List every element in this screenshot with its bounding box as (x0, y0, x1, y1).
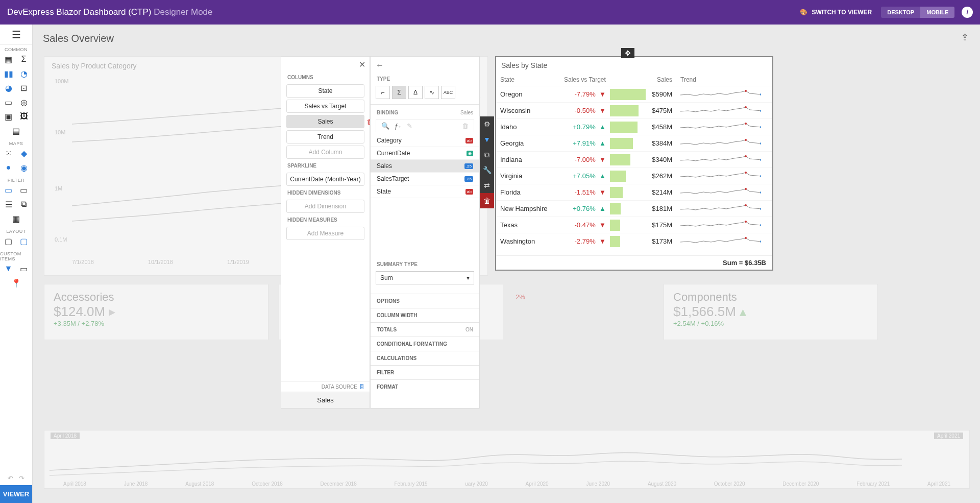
list-filter-icon[interactable]: ☰ (3, 198, 15, 210)
svg-point-5 (760, 126, 761, 128)
add-dimension-button[interactable]: Add Dimension (286, 200, 364, 213)
text-icon[interactable]: ▤ (10, 125, 22, 137)
table-row[interactable]: Wisconsin -0.50% ▼ $475M (496, 103, 772, 119)
pie-icon[interactable]: ◕ (3, 82, 15, 94)
combo-filter-icon[interactable]: ▭ (18, 184, 30, 196)
table-row[interactable]: Florida -1.51% ▼ $214M (496, 184, 772, 201)
binding-item[interactable]: CurrentDate◉ (371, 147, 479, 160)
hamburger-button[interactable]: ☰ (0, 25, 33, 45)
filter-icon[interactable]: ▼ (480, 132, 494, 147)
kpi-icon[interactable]: ◎ (18, 96, 30, 108)
bubble-map-icon[interactable]: ● (3, 161, 15, 174)
table-row[interactable]: Idaho +0.79% ▲ $458M (496, 119, 772, 135)
pin-icon[interactable]: 📍 (10, 277, 22, 289)
back-icon[interactable]: ← (376, 61, 384, 69)
convert-icon[interactable]: ⇄ (480, 178, 494, 193)
column-pill[interactable]: State (286, 84, 364, 98)
type-dimension-button[interactable]: ⌐ (376, 86, 390, 99)
column-pill-selected[interactable]: Sales🗑 (286, 115, 364, 128)
sparkline-pill[interactable]: CurrentDate (Month-Year) (286, 173, 364, 186)
timeline-tile[interactable]: April 2018 April 2021 April 2018June 201… (44, 430, 970, 489)
data-source-value[interactable]: Sales (281, 392, 370, 408)
tab-mobile[interactable]: MOBILE (920, 7, 954, 18)
geo-point-icon[interactable]: ⁙ (3, 147, 15, 159)
accordion-item[interactable]: TOTALSON (371, 322, 479, 337)
accordion-item[interactable]: CONDITIONAL FORMATTING (371, 337, 479, 351)
card-icon[interactable]: ▭ (3, 96, 15, 108)
clear-icon[interactable]: 🗑 (462, 122, 469, 130)
table-row[interactable]: Georgia +7.91% ▲ $384M (496, 135, 772, 152)
redo-button[interactable]: ↷ (19, 474, 24, 482)
type-sparkline-button[interactable]: ∿ (425, 86, 439, 99)
accordion-item[interactable]: FILTER (371, 365, 479, 379)
gear-icon[interactable]: ⚙ (480, 116, 494, 132)
table-row[interactable]: Washington -2.79% ▼ $173M (496, 233, 772, 248)
col-header-sales[interactable]: Sales (646, 74, 676, 86)
accordion-item[interactable]: CALCULATIONS (371, 351, 479, 365)
delete-tile-icon[interactable]: 🗑 (480, 193, 494, 208)
cell-pct: -0.50% ▼ (556, 103, 610, 119)
search-icon[interactable]: 🔍 (381, 122, 389, 130)
scatter-icon[interactable]: ◔ (18, 67, 30, 80)
cell-sales: $458M (646, 119, 676, 135)
date-filter-icon[interactable]: ▦ (10, 212, 22, 225)
table-row[interactable]: Virginia +7.05% ▲ $262M (496, 168, 772, 184)
wrench-icon[interactable]: 🔧 (480, 162, 494, 178)
close-icon[interactable]: ✕ (359, 60, 365, 69)
binding-item[interactable]: Sales.25 (371, 160, 479, 173)
table-row[interactable]: New Hampshire +0.76% ▲ $181M (496, 201, 772, 217)
image-icon[interactable]: 🖼 (18, 110, 30, 123)
edit-icon[interactable]: ✎ (407, 122, 412, 130)
svg-point-12 (745, 188, 747, 190)
pie-map-icon[interactable]: ◉ (18, 161, 30, 174)
table-row[interactable]: Indiana -7.00% ▼ $340M (496, 152, 772, 168)
binding-item[interactable]: Categoryab (371, 134, 479, 147)
timeline-x-label: April 2018 (63, 481, 86, 487)
col-header-trend[interactable]: Trend (676, 74, 772, 86)
cell-bar (610, 184, 646, 201)
move-handle-icon[interactable]: ✥ (621, 48, 634, 58)
binding-item[interactable]: SalesTarget.25 (371, 173, 479, 185)
tab-container-icon[interactable]: ▢ (18, 235, 30, 247)
type-delta-button[interactable]: Δ (408, 86, 423, 99)
interactivity-icon[interactable]: ⧉ (480, 147, 494, 162)
table-row[interactable]: Oregon -7.79% ▼ $590M (496, 86, 772, 103)
kpi-card[interactable]: Accessories $124.0M ▸ +3.35M / +2.78% (44, 284, 268, 340)
add-column-button[interactable]: Add Column (286, 146, 364, 159)
grid-icon[interactable]: ▦ (3, 53, 15, 65)
type-text-button[interactable]: ABC (441, 86, 455, 99)
tab-desktop[interactable]: DESKTOP (881, 7, 920, 18)
tree-filter-icon[interactable]: ⧉ (18, 198, 30, 210)
treemap-icon[interactable]: ▣ (3, 110, 15, 123)
add-measure-button[interactable]: Add Measure (286, 227, 364, 240)
group-icon[interactable]: ▢ (3, 235, 15, 247)
column-pill[interactable]: Sales vs Target (286, 100, 364, 113)
accordion-item[interactable]: FORMAT (371, 379, 479, 394)
binding-item[interactable]: Stateab (371, 185, 479, 198)
funnel-icon[interactable]: ▼ (3, 262, 15, 275)
grid-tile[interactable]: ✥ Sales by State State Sales vs Target S… (495, 56, 773, 271)
column-pill[interactable]: Trend (286, 130, 364, 143)
accordion-item[interactable]: OPTIONS (371, 294, 479, 308)
add-calc-icon[interactable]: ƒ₊ (395, 122, 402, 130)
data-source-row[interactable]: DATA SOURCE🗄 (281, 381, 370, 392)
pivot-icon[interactable]: Σ (18, 53, 30, 65)
col-header-state[interactable]: State (496, 74, 556, 86)
switch-to-viewer-button[interactable]: 🎨 SWITCH TO VIEWER (800, 9, 872, 16)
choropleth-icon[interactable]: ◆ (18, 147, 30, 159)
undo-button[interactable]: ↶ (8, 474, 13, 482)
export-icon[interactable]: ⇪ (961, 32, 969, 43)
timeline-x-label: June 2018 (124, 481, 148, 487)
summary-type-select[interactable]: Sum▾ (376, 271, 474, 284)
col-header-svt[interactable]: Sales vs Target (556, 74, 610, 86)
type-measure-button[interactable]: Σ (392, 86, 406, 99)
table-row[interactable]: Texas -0.47% ▼ $175M (496, 217, 772, 233)
chart-icon[interactable]: ▮▮ (3, 67, 15, 80)
info-button[interactable]: i (962, 7, 973, 18)
viewer-mode-button[interactable]: VIEWER (0, 485, 32, 503)
cell-state: Texas (496, 217, 556, 233)
range-filter-icon[interactable]: ▭ (3, 184, 15, 196)
custom-icon[interactable]: ▭ (18, 262, 30, 275)
gauge-icon[interactable]: ⊡ (18, 82, 30, 94)
accordion-item[interactable]: COLUMN WIDTH (371, 308, 479, 322)
